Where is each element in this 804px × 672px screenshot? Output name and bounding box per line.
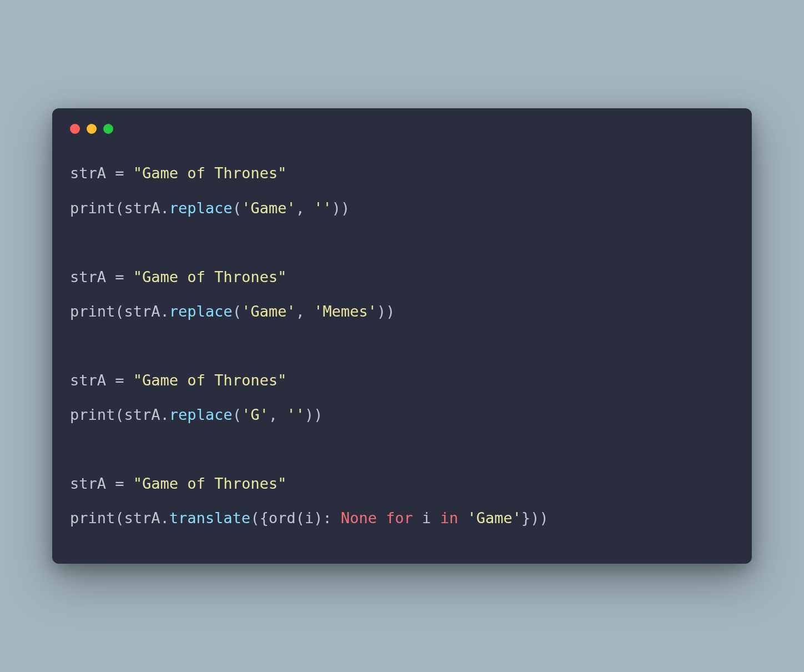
string-literal: 'Game'	[242, 303, 296, 320]
function-call: print	[70, 303, 115, 320]
variable: strA	[70, 164, 106, 182]
paren: ):	[314, 509, 341, 526]
string-literal: "Game of Thrones"	[133, 268, 287, 285]
paren: (	[295, 509, 304, 526]
brace: }))	[521, 509, 549, 526]
window-controls	[70, 124, 734, 134]
method: translate	[169, 509, 250, 526]
code-line: strA = "Game of Thrones"	[70, 268, 287, 285]
code-line: print(strA.replace('Game', 'Memes'))	[70, 303, 395, 320]
operator: =	[106, 268, 133, 285]
comma: ,	[295, 199, 314, 217]
space	[377, 509, 386, 526]
string-literal: "Game of Thrones"	[133, 164, 287, 182]
function-call: print	[70, 509, 115, 526]
paren: (	[233, 199, 242, 217]
object: strA.	[124, 303, 169, 320]
object: strA.	[124, 509, 169, 526]
code-line: strA = "Game of Thrones"	[70, 475, 287, 492]
paren: ))	[377, 303, 395, 320]
space	[431, 509, 440, 526]
string-literal: 'G'	[242, 406, 269, 423]
variable: strA	[70, 268, 106, 285]
function-call: ord	[269, 509, 296, 526]
space	[413, 509, 422, 526]
code-line: print(strA.replace('Game', ''))	[70, 199, 350, 217]
maximize-icon[interactable]	[103, 124, 113, 134]
paren: (	[233, 303, 242, 320]
string-literal: 'Memes'	[314, 303, 377, 320]
variable: strA	[70, 475, 106, 492]
string-literal: ''	[314, 199, 332, 217]
operator: =	[106, 164, 133, 182]
object: strA.	[124, 199, 169, 217]
code-block: strA = "Game of Thrones" print(strA.repl…	[70, 156, 734, 535]
string-literal: 'Game'	[242, 199, 296, 217]
minimize-icon[interactable]	[87, 124, 97, 134]
string-literal: "Game of Thrones"	[133, 475, 287, 492]
close-icon[interactable]	[70, 124, 80, 134]
paren: (	[115, 509, 124, 526]
code-window: strA = "Game of Thrones" print(strA.repl…	[52, 108, 752, 563]
keyword-for: for	[386, 509, 413, 526]
paren: (	[115, 406, 124, 423]
space	[458, 509, 467, 526]
string-literal: 'Game'	[467, 509, 521, 526]
paren: (	[233, 406, 242, 423]
method: replace	[169, 303, 233, 320]
variable: strA	[70, 372, 106, 389]
comma: ,	[269, 406, 287, 423]
string-literal: ''	[287, 406, 305, 423]
method: replace	[169, 406, 233, 423]
paren: (	[115, 303, 124, 320]
paren: ))	[305, 406, 323, 423]
paren: (	[115, 199, 124, 217]
paren: ))	[331, 199, 350, 217]
operator: =	[106, 475, 133, 492]
variable: i	[305, 509, 314, 526]
function-call: print	[70, 406, 115, 423]
variable: i	[422, 509, 431, 526]
brace: ({	[250, 509, 269, 526]
keyword-in: in	[440, 509, 459, 526]
keyword-none: None	[341, 509, 377, 526]
function-call: print	[70, 199, 115, 217]
code-line: print(strA.translate({ord(i): None for i…	[70, 509, 549, 526]
comma: ,	[295, 303, 314, 320]
object: strA.	[124, 406, 169, 423]
method: replace	[169, 199, 233, 217]
code-line: strA = "Game of Thrones"	[70, 164, 287, 182]
code-line: strA = "Game of Thrones"	[70, 372, 287, 389]
string-literal: "Game of Thrones"	[133, 372, 287, 389]
operator: =	[106, 372, 133, 389]
code-line: print(strA.replace('G', ''))	[70, 406, 323, 423]
